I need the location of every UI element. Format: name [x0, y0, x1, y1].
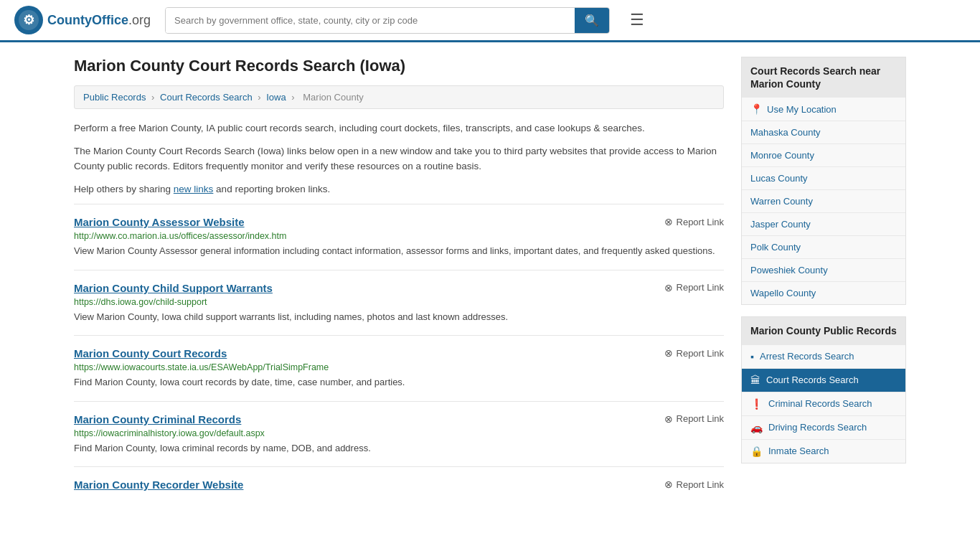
- location-icon: 📍: [750, 103, 763, 115]
- record-desc-2: Find Marion County, Iowa court records b…: [74, 375, 724, 390]
- svg-text:⚙: ⚙: [23, 13, 34, 27]
- nearby-county-0[interactable]: Mahaska County: [742, 121, 905, 144]
- desc3-post: and reporting broken links.: [213, 184, 330, 194]
- nearby-county-1[interactable]: Monroe County: [742, 144, 905, 167]
- record-title-0[interactable]: Marion County Assessor Website: [74, 216, 245, 228]
- breadcrumb-sep-2: ›: [258, 92, 263, 103]
- search-bar: 🔍: [165, 7, 610, 34]
- record-title-4[interactable]: Marion County Recorder Website: [74, 479, 243, 491]
- logo-icon: ⚙: [14, 6, 43, 34]
- report-icon-3: ⊗: [664, 413, 673, 425]
- report-link-0[interactable]: ⊗ Report Link: [664, 216, 724, 227]
- record-item: Marion County Court Records ⊗ Report Lin…: [74, 335, 724, 401]
- record-url-1: https://dhs.iowa.gov/child-support: [74, 297, 724, 307]
- logo-text: CountyOffice.org: [47, 13, 151, 28]
- description-2: The Marion County Court Records Search (…: [74, 143, 724, 174]
- record-url-3: https://iowacriminalhistory.iowa.gov/def…: [74, 428, 724, 438]
- public-record-icon-2: ❗: [750, 398, 763, 410]
- report-icon-2: ⊗: [664, 347, 673, 359]
- breadcrumb: Public Records › Court Records Search › …: [74, 85, 724, 109]
- nearby-section: Court Records Search near Marion County …: [741, 57, 906, 305]
- nearby-county-4[interactable]: Jasper County: [742, 213, 905, 236]
- hamburger-icon: ☰: [630, 11, 644, 29]
- main-content: Marion County Court Records Search (Iowa…: [74, 57, 724, 505]
- record-item: Marion County Criminal Records ⊗ Report …: [74, 401, 724, 467]
- public-record-label-1: Court Records Search: [766, 375, 859, 385]
- public-record-label-4: Inmate Search: [768, 446, 829, 456]
- site-header: ⚙ CountyOffice.org 🔍 ☰: [0, 0, 980, 42]
- description-1: Perform a free Marion County, IA public …: [74, 121, 724, 136]
- search-button[interactable]: 🔍: [575, 8, 609, 33]
- record-title-3[interactable]: Marion County Criminal Records: [74, 413, 241, 425]
- search-input[interactable]: [166, 8, 575, 33]
- record-url-2: https://www.iowacourts.state.ia.us/ESAWe…: [74, 362, 724, 372]
- record-title-1[interactable]: Marion County Child Support Warrants: [74, 282, 273, 294]
- nearby-county-6[interactable]: Poweshiek County: [742, 259, 905, 282]
- use-location[interactable]: 📍 Use My Location: [742, 98, 905, 121]
- public-record-item-3[interactable]: 🚗 Driving Records Search: [742, 416, 905, 440]
- nearby-title: Court Records Search near Marion County: [742, 57, 905, 98]
- site-logo[interactable]: ⚙ CountyOffice.org: [14, 6, 151, 34]
- description-3: Help others by sharing new links and rep…: [74, 182, 724, 197]
- record-item: Marion County Assessor Website ⊗ Report …: [74, 204, 724, 270]
- sidebar: Court Records Search near Marion County …: [741, 57, 906, 505]
- public-record-icon-1: 🏛: [750, 375, 760, 386]
- breadcrumb-court-records[interactable]: Court Records Search: [160, 92, 253, 103]
- breadcrumb-sep-1: ›: [151, 92, 157, 103]
- record-desc-1: View Marion County, Iowa child support w…: [74, 310, 724, 324]
- menu-button[interactable]: ☰: [630, 11, 644, 29]
- page-title: Marion County Court Records Search (Iowa…: [74, 57, 724, 75]
- public-record-icon-3: 🚗: [750, 422, 763, 433]
- record-item: Marion County Recorder Website ⊗ Report …: [74, 466, 724, 505]
- record-desc-0: View Marion County Assessor general info…: [74, 244, 724, 258]
- desc3-pre: Help others by sharing: [74, 184, 174, 194]
- report-icon-4: ⊗: [664, 479, 673, 490]
- public-record-item-4[interactable]: 🔒 Inmate Search: [742, 440, 905, 463]
- nearby-county-2[interactable]: Lucas County: [742, 167, 905, 190]
- public-record-item-1[interactable]: 🏛 Court Records Search: [742, 369, 905, 392]
- nearby-county-7[interactable]: Wapello County: [742, 282, 905, 304]
- public-record-icon-0: ▪: [750, 351, 754, 362]
- nearby-county-3[interactable]: Warren County: [742, 190, 905, 213]
- report-link-4[interactable]: ⊗ Report Link: [664, 479, 724, 490]
- record-title-2[interactable]: Marion County Court Records: [74, 347, 227, 359]
- nearby-counties-list: Mahaska CountyMonroe CountyLucas CountyW…: [742, 121, 905, 304]
- new-links-link[interactable]: new links: [174, 184, 214, 194]
- record-url-0: http://www.co.marion.ia.us/offices/asses…: [74, 231, 724, 241]
- public-records-section: Marion County Public Records ▪ Arrest Re…: [741, 316, 906, 463]
- public-record-label-3: Driving Records Search: [768, 422, 867, 433]
- breadcrumb-current: Marion County: [303, 92, 364, 103]
- report-link-1[interactable]: ⊗ Report Link: [664, 282, 724, 293]
- breadcrumb-public-records[interactable]: Public Records: [83, 92, 146, 103]
- public-record-label-0: Arrest Records Search: [760, 351, 854, 362]
- record-desc-3: Find Marion County, Iowa criminal record…: [74, 441, 724, 456]
- public-record-label-2: Criminal Records Search: [768, 398, 872, 409]
- breadcrumb-sep-3: ›: [291, 92, 297, 103]
- record-list: Marion County Assessor Website ⊗ Report …: [74, 204, 724, 505]
- public-records-list: ▪ Arrest Records Search 🏛 Court Records …: [742, 345, 905, 463]
- public-records-title: Marion County Public Records: [742, 317, 905, 344]
- search-icon: 🔍: [585, 14, 599, 27]
- report-icon-1: ⊗: [664, 282, 673, 293]
- report-link-3[interactable]: ⊗ Report Link: [664, 413, 724, 425]
- public-record-icon-4: 🔒: [750, 446, 763, 457]
- main-container: Marion County Court Records Search (Iowa…: [60, 42, 920, 519]
- report-icon-0: ⊗: [664, 216, 673, 227]
- record-item: Marion County Child Support Warrants ⊗ R…: [74, 270, 724, 336]
- nearby-county-5[interactable]: Polk County: [742, 236, 905, 259]
- public-record-item-2[interactable]: ❗ Criminal Records Search: [742, 392, 905, 416]
- public-record-item-0[interactable]: ▪ Arrest Records Search: [742, 345, 905, 369]
- use-location-label: Use My Location: [767, 104, 837, 115]
- report-link-2[interactable]: ⊗ Report Link: [664, 347, 724, 359]
- breadcrumb-iowa[interactable]: Iowa: [266, 92, 286, 103]
